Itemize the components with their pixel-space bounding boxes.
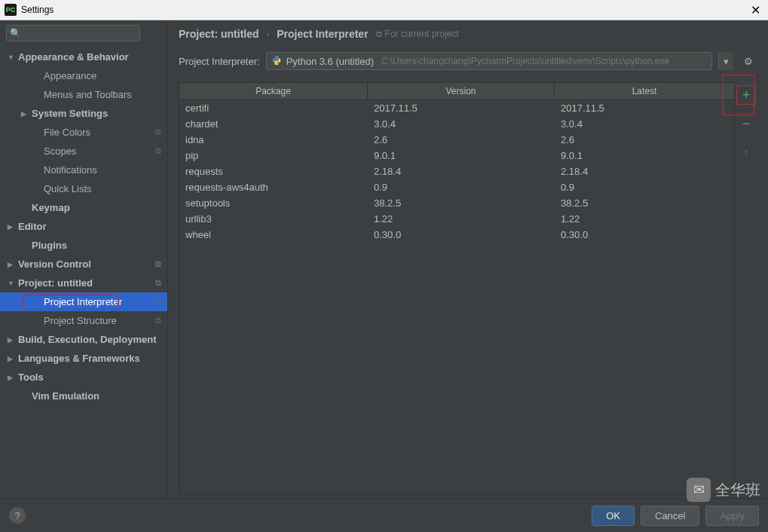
cell-version: 0.9 [368, 180, 555, 194]
tree-label: Languages & Frameworks [18, 353, 163, 364]
sidebar-item-menus-and-toolbars[interactable]: Menus and Toolbars [0, 85, 167, 104]
remove-package-button[interactable]: − [736, 114, 756, 133]
sidebar-item-plugins[interactable]: Plugins [0, 236, 167, 255]
sidebar-item-project-structure[interactable]: Project Structure⧉ [0, 311, 167, 330]
main-panel: Project: untitled › Project Interpreter … [168, 20, 768, 498]
sidebar-item-notifications[interactable]: Notifications [0, 161, 167, 179]
close-icon[interactable]: ✕ [748, 3, 763, 17]
tree-arrow-icon: ▶ [8, 261, 18, 268]
cell-version: 2.6 [368, 133, 555, 147]
ok-button[interactable]: OK [592, 506, 635, 526]
window-title: Settings [21, 5, 54, 15]
cell-latest: 2.18.4 [555, 164, 734, 179]
interpreter-name: Python 3.6 (untitled) [286, 56, 374, 67]
bottom-bar: ? OK Cancel Apply [0, 498, 768, 532]
col-latest[interactable]: Latest [555, 83, 734, 99]
cancel-button[interactable]: Cancel [641, 506, 699, 526]
project-scope-icon: ⧉ [155, 297, 161, 307]
project-scope-icon: ⧉ [155, 259, 161, 269]
tree-arrow-icon: ▶ [8, 355, 18, 362]
sidebar-item-file-colors[interactable]: File Colors⧉ [0, 123, 167, 142]
cell-latest: 0.9 [555, 180, 734, 194]
copy-icon: ⧉ [376, 29, 382, 39]
breadcrumb-interpreter: Project Interpreter [277, 28, 368, 40]
titlebar: PC Settings ✕ [0, 0, 768, 20]
package-actions: + − ↑ [735, 82, 757, 495]
add-package-button[interactable]: + [736, 85, 756, 105]
cell-version: 9.0.1 [368, 148, 555, 163]
cell-latest: 2.6 [555, 133, 734, 147]
table-row[interactable]: urllib31.221.22 [179, 211, 734, 227]
sidebar-item-build-execution-deployment[interactable]: ▶Build, Execution, Deployment [0, 330, 167, 349]
sidebar-item-editor[interactable]: ▶Editor [0, 217, 167, 236]
project-scope-icon: ⧉ [155, 146, 161, 156]
cell-version: 2.18.4 [368, 164, 555, 179]
tree-label: Project: untitled [18, 277, 155, 289]
cell-latest: 1.22 [555, 212, 734, 226]
tree-label: File Colors [44, 127, 155, 138]
cell-version: 0.30.0 [368, 228, 555, 242]
sidebar-item-project-untitled[interactable]: ▼Project: untitled⧉ [0, 274, 167, 292]
interpreter-path: C:\Users\changchang\PycharmProjects\unti… [381, 56, 669, 66]
tree-label: Quick Lists [44, 183, 163, 194]
cell-latest: 2017.11.5 [555, 101, 734, 115]
tree-label: Plugins [32, 240, 163, 251]
table-row[interactable]: wheel0.30.00.30.0 [179, 227, 734, 243]
sidebar-item-scopes[interactable]: Scopes⧉ [0, 142, 167, 161]
cell-package: requests [179, 164, 368, 179]
app-icon: PC [5, 4, 17, 16]
tree-label: Project Structure [44, 315, 155, 326]
table-row[interactable]: idna2.62.6 [179, 132, 734, 148]
sidebar-item-appearance[interactable]: Appearance [0, 66, 167, 85]
sidebar-item-keymap[interactable]: Keymap [0, 198, 167, 217]
breadcrumb-project: Project: untitled [179, 28, 259, 40]
upgrade-package-button[interactable]: ↑ [736, 142, 756, 162]
tree-label: Menus and Toolbars [44, 89, 163, 100]
interpreter-select[interactable]: Python 3.6 (untitled) C:\Users\changchan… [266, 52, 712, 70]
sidebar-item-version-control[interactable]: ▶Version Control⧉ [0, 255, 167, 274]
sidebar-item-project-interpreter[interactable]: Project Interpreter⧉ [0, 292, 167, 311]
table-row[interactable]: certifi2017.11.52017.11.5 [179, 100, 734, 116]
table-row[interactable]: pip9.0.19.0.1 [179, 148, 734, 164]
sidebar-item-tools[interactable]: ▶Tools [0, 368, 167, 387]
tree-label: Build, Execution, Deployment [18, 334, 163, 345]
cell-package: idna [179, 133, 368, 147]
interpreter-dropdown[interactable]: ▾ [718, 52, 733, 70]
tree-arrow-icon: ▼ [8, 280, 18, 287]
python-icon [271, 55, 282, 68]
cell-package: certifi [179, 101, 368, 115]
table-row[interactable]: requests2.18.42.18.4 [179, 164, 734, 179]
col-version[interactable]: Version [368, 83, 555, 99]
tree-label: System Settings [32, 108, 163, 119]
apply-button[interactable]: Apply [705, 506, 759, 526]
gear-icon[interactable]: ⚙ [739, 52, 757, 70]
search-input[interactable] [6, 25, 140, 41]
cell-latest: 3.0.4 [555, 117, 734, 131]
settings-tree: ▼Appearance & BehaviorAppearanceMenus an… [0, 46, 167, 498]
tree-label: Notifications [44, 164, 163, 176]
sidebar-item-quick-lists[interactable]: Quick Lists [0, 179, 167, 198]
table-row[interactable]: chardet3.0.43.0.4 [179, 116, 734, 132]
table-row[interactable]: setuptools38.2.538.2.5 [179, 195, 734, 211]
sidebar-item-vim-emulation[interactable]: Vim Emulation [0, 387, 167, 405]
wechat-icon: ✉ [687, 478, 711, 502]
project-scope-icon: ⧉ [155, 278, 161, 288]
cell-latest: 0.30.0 [555, 228, 734, 242]
help-button[interactable]: ? [9, 507, 26, 524]
tree-label: Appearance & Behavior [18, 51, 163, 63]
tree-arrow-icon: ▶ [8, 336, 18, 344]
chevron-right-icon: › [267, 29, 270, 38]
breadcrumb: Project: untitled › Project Interpreter … [168, 20, 768, 46]
tree-label: Project Interpreter [44, 296, 155, 307]
tree-arrow-icon: ▶ [21, 110, 32, 118]
table-row[interactable]: requests-aws4auth0.90.9 [179, 179, 734, 195]
sidebar-item-system-settings[interactable]: ▶System Settings [0, 104, 167, 123]
watermark: ✉ 全华班 [687, 478, 760, 502]
search-icon: 🔍 [10, 28, 21, 38]
col-package[interactable]: Package [179, 83, 368, 99]
project-scope-icon: ⧉ [155, 127, 161, 137]
cell-package: pip [179, 148, 368, 163]
sidebar-item-languages-frameworks[interactable]: ▶Languages & Frameworks [0, 349, 167, 368]
tree-label: Editor [18, 221, 163, 232]
sidebar-item-appearance-behavior[interactable]: ▼Appearance & Behavior [0, 47, 167, 66]
